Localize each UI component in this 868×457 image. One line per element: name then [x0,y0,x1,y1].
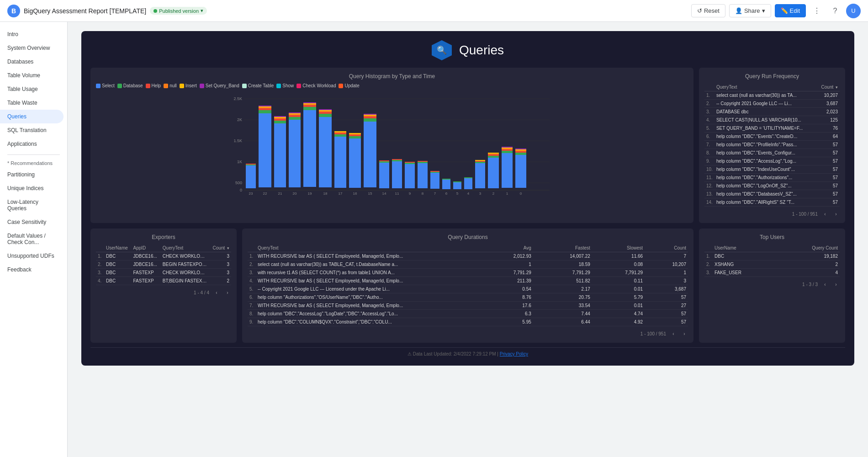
svg-rect-105 [488,156,499,158]
svg-rect-117 [515,155,526,188]
query-durations-table: QueryText Avg Fastest Slowest Count 1. W… [248,244,688,326]
svg-text:4: 4 [467,191,470,196]
svg-rect-110 [502,153,513,188]
svg-rect-108 [488,153,499,154]
query-run-frequency-panel: Query Run Frequency QueryText Count ▾ 1.… [699,68,845,223]
table-row: 4. WITH RECURSIVE bar AS ( SELECT Employ… [248,277,688,285]
sidebar-item-unique-indices[interactable]: Unique Indices [0,181,64,195]
qd-next-btn[interactable]: › [681,330,688,337]
table-row: 5. -- Copyright 2021 Google LLC --- Lice… [248,285,688,293]
edit-icon: ✏️ [781,7,788,14]
sidebar-item-default-values[interactable]: Default Values / Check Con... [0,229,64,249]
sidebar-item-table-usage[interactable]: Table Usage [0,82,64,96]
svg-rect-96 [464,178,472,189]
svg-rect-25 [274,119,286,121]
svg-text:500: 500 [235,181,242,185]
queries-icon: 🔍 [432,40,452,60]
sidebar-item-applications[interactable]: Applications [0,137,64,151]
exp-next-btn[interactable]: › [224,289,231,296]
svg-rect-106 [488,154,499,156]
sidebar-item-table-waste[interactable]: Table Waste [0,96,64,110]
svg-rect-86 [430,173,439,189]
table-row: 10. help column "DBC"."IndexUseCount"...… [704,165,840,174]
svg-text:6: 6 [445,191,448,196]
svg-text:0: 0 [520,191,522,196]
tu-pagination: 1 - 3 / 3 ‹ › [704,281,840,288]
col-query-count: Query Count [777,244,840,252]
help-button[interactable]: ? [828,4,842,18]
table-row: 8. help column "DBC"."Events_Configur...… [704,149,840,157]
footer-updated: ⚠ [408,351,413,356]
svg-rect-91 [442,179,450,180]
svg-rect-93 [453,182,461,189]
sidebar-item-case-sensitivity[interactable]: Case Sensitivity [0,215,64,229]
sidebar-item-low-latency[interactable]: Low-Latency Queries [0,195,64,215]
avatar[interactable]: U [846,4,861,18]
share-button[interactable]: 👤 Share ▾ [729,4,771,17]
tu-prev-btn[interactable]: ‹ [821,281,829,288]
svg-rect-102 [475,160,485,161]
page-title-area: 🔍 Queries [90,40,845,60]
svg-rect-46 [319,112,332,114]
svg-rect-120 [515,150,526,151]
svg-rect-13 [246,165,256,165]
sidebar-item-unsupported-udfs[interactable]: Unsupported UDFs [0,249,64,263]
published-badge[interactable]: Published version ▾ [150,7,207,15]
col-num [96,244,104,252]
svg-rect-72 [379,160,389,161]
svg-rect-75 [392,160,402,161]
sidebar-item-sql-translation[interactable]: SQL Translation [0,123,64,137]
svg-rect-88 [430,171,439,172]
svg-text:2K: 2K [237,117,242,122]
sidebar-item-system-overview[interactable]: System Overview [0,41,64,55]
qd-prev-btn[interactable]: ‹ [670,330,677,337]
svg-text:1K: 1K [237,159,242,164]
table-row: 3. DATABASE dbc 2,023 [704,108,840,116]
sidebar-item-databases[interactable]: Databases [0,55,64,69]
privacy-policy-link[interactable]: Privacy Policy [500,351,528,356]
top-users-panel: Top Users UserName Query Count 1. DBC 19… [699,228,845,343]
sidebar-item-table-volume[interactable]: Table Volume [0,69,64,82]
svg-rect-107 [488,154,499,154]
svg-rect-39 [303,105,316,107]
qrf-prev-btn[interactable]: ‹ [821,210,829,218]
svg-rect-12 [246,165,256,188]
svg-rect-35 [289,112,301,113]
sidebar-item-queries[interactable]: Queries [0,110,64,123]
svg-rect-20 [259,106,271,107]
table-row: 8. help column "DBC"."AccessLog"."LogDat… [248,310,688,318]
main-content: 🔍 Queries Query Histogram by Type and Ti… [68,22,868,457]
query-durations-panel: Query Durations QueryText Avg Fastest Sl… [242,228,693,343]
sidebar-item-intro[interactable]: Intro [0,27,64,41]
sidebar: Intro System Overview Databases Table Vo… [0,22,68,457]
svg-rect-41 [303,103,316,104]
svg-rect-82 [418,163,428,188]
exporters-title: Exporters [96,234,231,240]
more-options-button[interactable]: ⋮ [810,4,824,18]
table-row: 2. -- Copyright 2021 Google LLC --- Li..… [704,100,840,108]
svg-rect-31 [289,117,301,120]
legend-update: Update [339,83,359,88]
svg-text:7: 7 [434,191,436,196]
exp-prev-btn[interactable]: ‹ [213,289,220,296]
reset-button[interactable]: ↺ Reset [691,4,725,17]
edit-button[interactable]: ✏️ Edit [775,4,806,17]
table-row: 1. WITH RECURSIVE bar AS ( SELECT Employ… [248,252,688,260]
svg-rect-54 [334,132,346,133]
qrf-next-btn[interactable]: › [832,210,840,218]
svg-rect-58 [349,136,361,138]
svg-rect-63 [364,122,376,187]
svg-rect-101 [475,161,485,162]
tu-next-btn[interactable]: › [832,281,840,288]
svg-text:17: 17 [339,191,343,196]
svg-rect-27 [274,117,286,118]
svg-rect-57 [349,138,361,188]
svg-text:9: 9 [409,191,411,196]
sidebar-item-feedback[interactable]: Feedback [0,263,64,276]
col-fastest: Fastest [533,244,592,252]
sidebar-item-partitioning[interactable]: Partitioning [0,168,64,181]
legend-null: null [164,83,177,88]
svg-text:0: 0 [240,188,242,192]
svg-rect-60 [349,134,361,135]
qrf-pagination: 1 - 100 / 951 ‹ › [704,210,840,218]
